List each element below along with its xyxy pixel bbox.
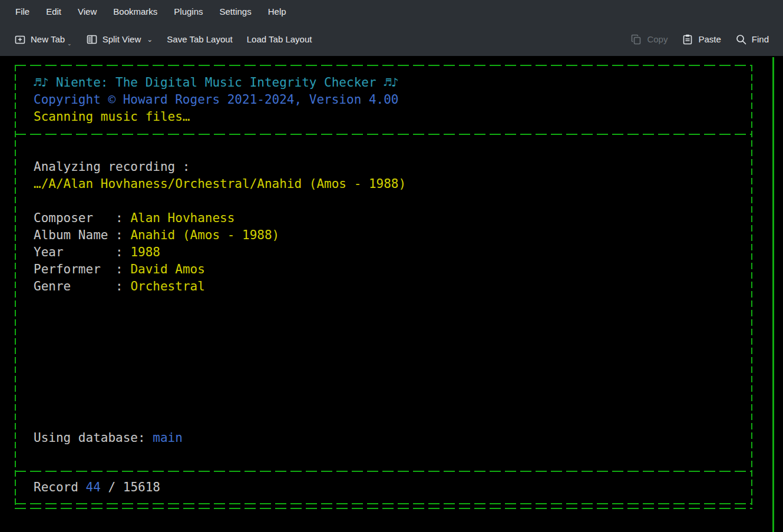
menu-item-file[interactable]: File — [7, 1, 38, 22]
new-tab-dropdown-caret-icon: ⌄ — [67, 41, 72, 47]
copy-icon — [630, 34, 642, 45]
field-value: Orchestral — [130, 279, 204, 293]
database-line: Using database: main — [34, 429, 734, 447]
database-label: Using database: — [34, 431, 153, 445]
find-label: Find — [752, 34, 769, 44]
menu-item-settings[interactable]: Settings — [212, 1, 260, 22]
header-panel: ♬♪ Niente: The Digital Music Integrity C… — [15, 66, 752, 134]
field-label: Genre : — [34, 279, 130, 293]
field-label: Year : — [34, 245, 130, 259]
analyzing-label: Analyzing recording : — [34, 158, 734, 176]
record-counter: Record 44 / 15618 — [34, 479, 734, 496]
menu-item-plugins[interactable]: Plugins — [166, 1, 211, 22]
new-tab-label: New Tab — [31, 34, 65, 44]
paste-label: Paste — [698, 34, 721, 44]
field-label: Album Name : — [34, 228, 130, 242]
tui-border-left — [15, 65, 16, 509]
field-value: David Amos — [130, 262, 204, 276]
copy-label: Copy — [647, 34, 668, 44]
field-row-performer: Performer : David Amos — [34, 261, 734, 278]
field-value: Alan Hovhaness — [130, 211, 234, 225]
find-button[interactable]: Find — [729, 29, 775, 50]
load-tab-layout-button[interactable]: Load Tab Layout — [241, 29, 318, 49]
paste-button[interactable]: Paste — [676, 29, 726, 50]
terminal-scrollbar[interactable] — [772, 57, 774, 532]
menu-item-edit[interactable]: Edit — [38, 1, 70, 22]
menu-item-help[interactable]: Help — [260, 1, 295, 22]
terminal-screen[interactable]: ♬♪ Niente: The Digital Music Integrity C… — [0, 56, 783, 532]
menu-bar: File Edit View Bookmarks Plugins Setting… — [0, 0, 783, 22]
record-label: Record — [34, 480, 86, 494]
record-current: 44 — [86, 480, 101, 494]
recording-path: …/A/Alan Hovhaness/Orchestral/Anahid (Am… — [34, 176, 734, 193]
record-total: / 15618 — [101, 480, 160, 494]
paste-icon — [682, 34, 693, 45]
new-tab-icon — [14, 34, 26, 45]
field-row-composer: Composer : Alan Hovhaness — [34, 210, 734, 227]
field-label: Composer : — [34, 211, 130, 225]
app-title: ♬♪ Niente: The Digital Music Integrity C… — [34, 74, 734, 91]
niente-tui: ♬♪ Niente: The Digital Music Integrity C… — [15, 65, 752, 509]
search-icon — [735, 34, 747, 45]
copy-button[interactable]: Copy — [625, 29, 673, 50]
blank-line — [34, 193, 734, 210]
tui-border-right — [751, 65, 752, 509]
field-label: Performer : — [34, 262, 130, 276]
menu-item-bookmarks[interactable]: Bookmarks — [105, 1, 166, 22]
footer-panel: Record 44 / 15618 — [15, 472, 752, 503]
load-tab-layout-label: Load Tab Layout — [247, 34, 312, 44]
split-view-label: Split View — [103, 34, 141, 44]
field-value: Anahid (Amos - 1988) — [130, 228, 279, 242]
status-line: Scanning music files… — [34, 108, 734, 125]
save-tab-layout-button[interactable]: Save Tab Layout — [161, 29, 238, 49]
field-value: 1988 — [130, 245, 160, 259]
toolbar: New Tab ⌄ Split View ⌄ Save Tab Layout L… — [0, 22, 783, 56]
field-row-genre: Genre : Orchestral — [34, 278, 734, 295]
menu-item-view[interactable]: View — [70, 1, 105, 22]
new-tab-button[interactable]: New Tab ⌄ — [8, 29, 78, 50]
main-panel: Analyzing recording : …/A/Alan Hovhaness… — [15, 135, 752, 471]
split-view-button[interactable]: Split View ⌄ — [80, 29, 159, 50]
split-view-icon — [86, 34, 98, 45]
field-row-album-name: Album Name : Anahid (Amos - 1988) — [34, 227, 734, 244]
database-value: main — [153, 431, 183, 445]
save-tab-layout-label: Save Tab Layout — [167, 34, 232, 44]
copyright-line: Copyright © Howard Rogers 2021-2024, Ver… — [34, 91, 734, 108]
split-view-dropdown-caret-icon: ⌄ — [147, 35, 153, 44]
tui-border-bottom — [15, 508, 752, 509]
field-row-year: Year : 1988 — [34, 244, 734, 261]
